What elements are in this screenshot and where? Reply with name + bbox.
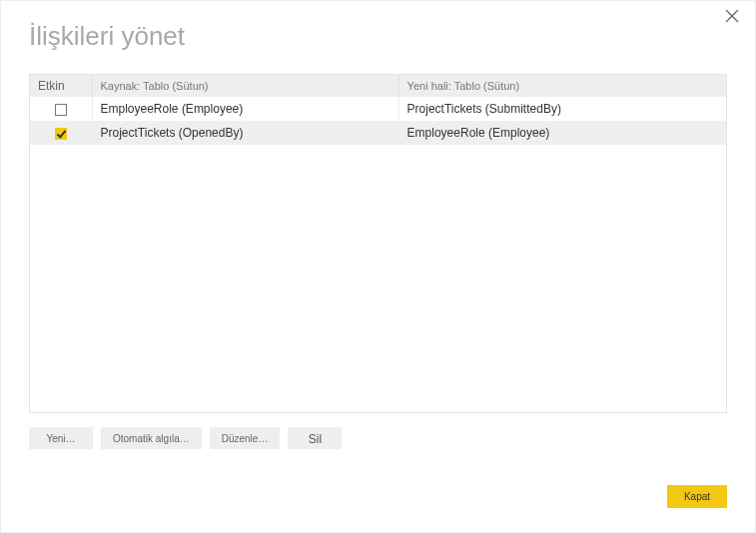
from-cell: EmployeeRole (Employee): [92, 97, 398, 121]
header-to: Yeni hali: Tablo (Sütun): [398, 75, 726, 97]
autodetect-button[interactable]: Otomatik algıla…: [101, 427, 202, 449]
new-button[interactable]: Yeni…: [29, 427, 93, 449]
relationships-table-container: Etkin Kaynak: Tablo (Sütun) Yeni hali: T…: [29, 74, 727, 413]
delete-button[interactable]: Sil: [288, 427, 342, 449]
header-from: Kaynak: Tablo (Sütun): [92, 75, 398, 97]
dialog-footer: Kapat: [667, 485, 727, 508]
edit-button[interactable]: Düzenle…: [210, 427, 281, 449]
close-button[interactable]: Kapat: [667, 485, 727, 508]
dialog-title: İlişkileri yönet: [29, 21, 727, 52]
action-button-row: Yeni… Otomatik algıla… Düzenle… Sil: [29, 427, 727, 449]
close-icon[interactable]: [725, 9, 743, 27]
table-header-row: Etkin Kaynak: Tablo (Sütun) Yeni hali: T…: [30, 75, 726, 97]
to-cell: ProjectTickets (SubmittedBy): [398, 97, 726, 121]
active-cell[interactable]: [30, 121, 92, 145]
relationships-table: Etkin Kaynak: Tablo (Sütun) Yeni hali: T…: [30, 75, 726, 145]
checkbox-icon[interactable]: [55, 104, 67, 116]
checkbox-checked-icon[interactable]: [55, 128, 67, 140]
table-row[interactable]: EmployeeRole (Employee) ProjectTickets (…: [30, 97, 726, 121]
to-cell: EmployeeRole (Employee): [398, 121, 726, 145]
table-row[interactable]: ProjectTickets (OpenedBy) EmployeeRole (…: [30, 121, 726, 145]
manage-relationships-dialog: İlişkileri yönet Etkin Kaynak: Tablo (Sü…: [0, 0, 756, 533]
from-cell: ProjectTickets (OpenedBy): [92, 121, 398, 145]
active-cell[interactable]: [30, 97, 92, 121]
header-active: Etkin: [30, 75, 92, 97]
